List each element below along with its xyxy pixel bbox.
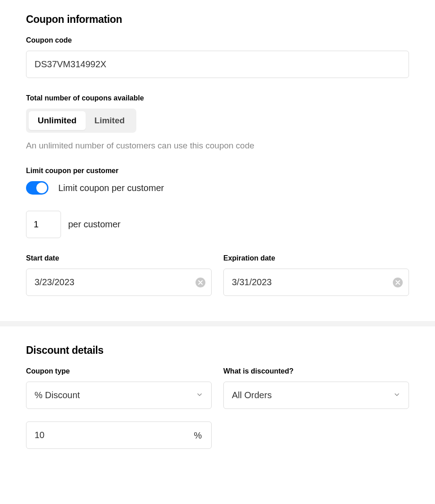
date-fields: Start date Expiration date [26,254,409,296]
close-icon [198,280,203,285]
limit-per-customer-field: Limit coupon per customer Limit coupon p… [26,167,409,238]
expiration-date-input[interactable] [223,269,409,296]
start-date-input[interactable] [26,269,212,296]
coupon-code-field: Coupon code [26,36,409,78]
close-icon [396,280,400,285]
coupons-available-limited[interactable]: Limited [86,111,134,130]
start-date-label: Start date [26,254,212,262]
start-date-clear-button[interactable] [196,278,205,287]
limit-per-customer-suffix: per customer [68,219,121,230]
coupons-available-unlimited[interactable]: Unlimited [29,111,86,130]
coupon-code-label: Coupon code [26,36,409,44]
toggle-knob [36,182,47,193]
discount-detail-fields: Coupon type % Discount What is discounte… [26,367,409,409]
what-discounted-col: What is discounted? All Orders [223,367,409,409]
coupons-available-helper: An unlimited number of customers can use… [26,141,409,151]
coupon-type-label: Coupon type [26,367,212,375]
coupon-info-title: Coupon information [26,13,409,26]
coupon-code-input[interactable] [26,51,409,78]
start-date-col: Start date [26,254,212,296]
coupons-available-field: Total number of coupons available Unlimi… [26,94,409,151]
coupons-available-label: Total number of coupons available [26,94,409,102]
limit-per-customer-toggle[interactable] [26,181,48,195]
limit-per-customer-toggle-label: Limit coupon per customer [58,183,164,193]
expiration-date-clear-button[interactable] [393,278,403,287]
coupon-type-col: Coupon type % Discount [26,367,212,409]
section-divider [0,321,435,326]
coupon-type-select[interactable]: % Discount [26,382,212,409]
limit-per-customer-input[interactable] [26,211,61,238]
limit-per-customer-label: Limit coupon per customer [26,167,409,175]
discount-amount-input[interactable] [26,421,212,449]
expiration-date-label: Expiration date [223,254,409,262]
discount-amount-field: % [26,421,212,449]
what-discounted-select[interactable]: All Orders [223,382,409,409]
what-discounted-label: What is discounted? [223,367,409,375]
expiration-date-col: Expiration date [223,254,409,296]
coupons-available-segmented: Unlimited Limited [26,109,136,133]
discount-details-title: Discount details [26,344,409,356]
